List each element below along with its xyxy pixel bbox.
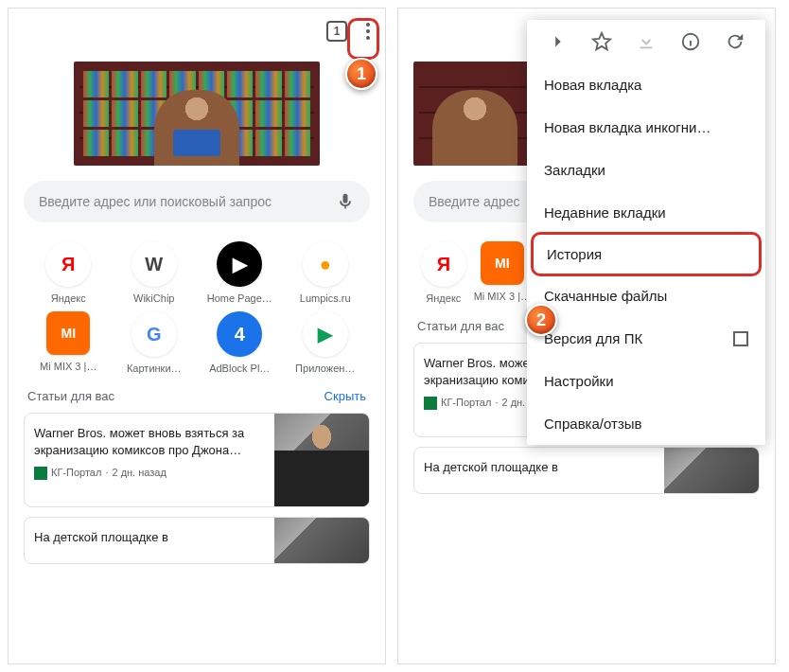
phone-left: 1 1 Введите адрес или поисковый запрос Я… xyxy=(8,8,386,664)
shortcut-icon: W xyxy=(132,241,177,287)
article-card[interactable]: Warner Bros. может вновь взяться за экра… xyxy=(24,413,370,507)
article-thumb xyxy=(274,518,369,563)
article-meta: КГ-Портал · 2 дн. назад xyxy=(34,466,265,480)
menu-item-настройки[interactable]: Настройки xyxy=(527,360,765,402)
menu-item-история[interactable]: История xyxy=(531,232,762,276)
articles-title: Статьи для вас xyxy=(27,389,114,403)
shortcut-label: Яндекс xyxy=(426,292,461,304)
shortcut-tile[interactable]: GКартинки… xyxy=(114,311,196,374)
articles-hide-link[interactable]: Скрыть xyxy=(324,389,366,403)
topbar: 1 xyxy=(9,9,385,54)
google-doodle[interactable] xyxy=(413,62,536,166)
article-card[interactable]: На детской площадке в xyxy=(413,447,760,494)
search-bar[interactable]: Введите адрес или поисковый запрос xyxy=(24,181,370,222)
shortcut-label: Lumpics.ru xyxy=(300,292,351,304)
shortcut-label: Mi MIX 3 |… xyxy=(474,291,531,302)
reload-icon[interactable] xyxy=(725,31,745,52)
shortcut-icon: MI xyxy=(481,241,524,285)
shortcut-tile[interactable]: ЯЯндекс xyxy=(27,241,110,304)
shortcut-label: Яндекс xyxy=(51,292,86,304)
shortcut-icon: ▶ xyxy=(217,241,262,287)
shortcut-icon: ● xyxy=(303,241,348,287)
shortcut-tile[interactable]: MIMi MIX 3 |… xyxy=(27,311,110,374)
shortcut-tile[interactable]: MIMi MIX 3 |… xyxy=(474,241,531,304)
article-thumb xyxy=(274,414,369,506)
articles-header: Статьи для вас Скрыть xyxy=(9,374,385,413)
search-bar[interactable]: Введите адрес xyxy=(413,181,546,222)
shortcut-label: Mi MIX 3 |… xyxy=(40,361,96,372)
article-title: Warner Bros. может вновь взяться за экра… xyxy=(34,425,265,458)
download-icon[interactable] xyxy=(636,31,657,52)
menu-item-версия-для-пк[interactable]: Версия для ПК xyxy=(527,317,765,360)
menu-item-новая-вкладка-инкогни-[interactable]: Новая вкладка инкогни… xyxy=(527,106,765,149)
search-placeholder: Введите адрес xyxy=(429,194,531,209)
shortcut-icon: Я xyxy=(45,241,91,287)
shortcut-icon: G xyxy=(132,311,177,357)
shortcut-tile[interactable]: ▶Приложен… xyxy=(285,311,367,374)
phone-right: Введите адрес ЯЯндексMIMi MIX 3 |… Стать… xyxy=(397,8,776,664)
article-title: На детской площадке в xyxy=(424,459,655,476)
menu-item-скачанные-файлы[interactable]: Скачанные файлы xyxy=(527,274,765,317)
source-icon xyxy=(34,467,47,480)
shortcut-label: Картинки… xyxy=(127,363,182,374)
article-card[interactable]: На детской площадке в xyxy=(24,517,370,564)
shortcut-tile[interactable]: ЯЯндекс xyxy=(417,241,470,304)
articles-title: Статьи для вас xyxy=(417,319,504,333)
article-thumb xyxy=(664,448,759,493)
more-menu-button[interactable] xyxy=(362,19,374,44)
shortcut-label: Home Page… xyxy=(207,292,272,304)
forward-icon[interactable] xyxy=(547,31,568,52)
desktop-site-checkbox[interactable] xyxy=(733,331,748,346)
shortcut-icon: ▶ xyxy=(303,311,348,357)
source-icon xyxy=(424,397,437,410)
menu-item-справка-отзыв[interactable]: Справка/отзыв xyxy=(527,402,765,445)
shortcuts-grid: ЯЯндексWWikiChip▶Home Page…●Lumpics.ruMI… xyxy=(9,241,385,374)
shortcut-tile[interactable]: WWikiChip xyxy=(114,241,196,304)
shortcut-label: Приложен… xyxy=(295,363,355,374)
mic-icon[interactable] xyxy=(336,192,355,211)
shortcut-icon: 4 xyxy=(217,311,262,357)
info-icon[interactable] xyxy=(680,31,701,52)
shortcut-icon: Я xyxy=(421,241,466,287)
menu-item-недавние-вкладки[interactable]: Недавние вкладки xyxy=(527,191,765,234)
overflow-menu: Новая вкладкаНовая вкладка инкогни…Закла… xyxy=(527,20,765,445)
tab-switcher-button[interactable]: 1 xyxy=(326,21,347,42)
shortcut-icon: MI xyxy=(46,311,90,355)
article-title: На детской площадке в xyxy=(34,529,265,546)
google-doodle[interactable] xyxy=(74,62,320,166)
menu-item-новая-вкладка[interactable]: Новая вкладка xyxy=(527,63,765,106)
callout-1: 1 xyxy=(345,58,377,90)
star-icon[interactable] xyxy=(591,31,612,52)
menu-icon-row xyxy=(527,20,765,63)
search-placeholder: Введите адрес или поисковый запрос xyxy=(39,194,336,209)
shortcut-label: AdBlock Pl… xyxy=(209,363,270,374)
shortcut-label: WikiChip xyxy=(133,292,174,304)
callout-2: 2 xyxy=(525,304,557,336)
shortcut-tile[interactable]: 4AdBlock Pl… xyxy=(199,311,281,374)
shortcut-tile[interactable]: ●Lumpics.ru xyxy=(285,241,367,304)
shortcut-tile[interactable]: ▶Home Page… xyxy=(199,241,281,304)
menu-item-закладки[interactable]: Закладки xyxy=(527,149,765,191)
